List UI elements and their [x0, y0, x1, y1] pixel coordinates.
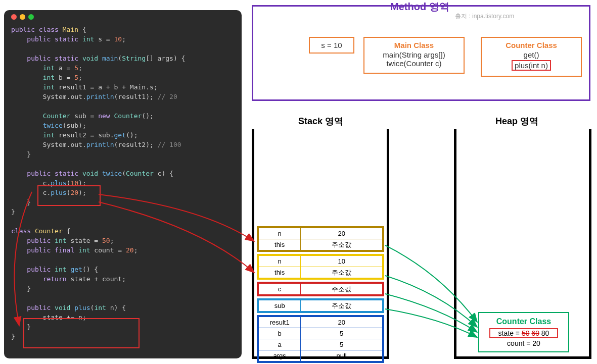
- window-dots: [11, 14, 235, 20]
- stack-frame: n20this주소값: [257, 226, 384, 252]
- method-area: s = 10 Main Class main(String args[]) tw…: [252, 5, 590, 101]
- code-highlight-plus-method: [23, 318, 140, 348]
- stack-cell: 주소값: [301, 267, 383, 278]
- stack-cell: this: [259, 267, 301, 278]
- stack-frame: sub주소값: [257, 298, 384, 313]
- close-dot-icon: [11, 14, 17, 20]
- stack-cell: n: [259, 256, 301, 267]
- source-code: public class Main { public static int s …: [11, 25, 235, 341]
- static-var-box: s = 10: [309, 37, 354, 54]
- heap-state-old2: 60: [531, 329, 539, 337]
- stack-cell: 20: [301, 228, 383, 239]
- static-var-value: s = 10: [312, 41, 351, 49]
- stack-cell: c: [259, 284, 301, 295]
- get-method-line: get(): [484, 50, 579, 59]
- stack-cell: 20: [301, 317, 383, 328]
- stack-cell: 5: [301, 328, 383, 339]
- stack-frame: c주소값: [257, 282, 384, 296]
- counter-class-header: Counter Class: [484, 41, 579, 49]
- code-editor-panel: public class Main { public static int s …: [4, 10, 242, 358]
- stack-cell: null: [301, 350, 383, 361]
- stack-frame: n10this주소값: [257, 254, 384, 280]
- stack-cell: 주소값: [301, 300, 383, 311]
- stack-cell: this: [259, 239, 301, 250]
- heap-instance-header: Counter Class: [489, 317, 558, 326]
- twice-method-line: twice(Counter c): [366, 59, 462, 68]
- stack-frames: n20this주소값n10this주소값c주소값sub주소값result120b…: [257, 226, 384, 364]
- stack-cell: n: [259, 228, 301, 239]
- main-method-line: main(String args[]): [366, 50, 462, 59]
- stack-frame: result120b5a5argsnull: [257, 315, 384, 363]
- stack-cell: 주소값: [301, 284, 383, 295]
- stack-cell: 10: [301, 256, 383, 267]
- stack-cell: a: [259, 339, 301, 350]
- stack-cell: 5: [301, 339, 383, 350]
- main-class-box: Main Class main(String args[]) twice(Cou…: [363, 37, 465, 74]
- stack-cell: args: [259, 350, 301, 361]
- heap-state-current: 80: [541, 329, 549, 337]
- heap-state-old1: 50: [522, 329, 530, 337]
- main-class-header: Main Class: [366, 41, 462, 49]
- heap-state-field: state = 50 60 80: [489, 328, 558, 338]
- heap-counter-instance: Counter Class state = 50 60 80 count = 2…: [478, 312, 569, 352]
- stack-area-title: Stack 영역: [298, 115, 343, 127]
- heap-state-label: state =: [498, 329, 522, 337]
- stack-cell: 주소값: [301, 239, 383, 250]
- stack-cell: result1: [259, 317, 301, 328]
- stack-cell: b: [259, 328, 301, 339]
- heap-count-field: count = 20: [489, 339, 558, 347]
- stack-cell: sub: [259, 300, 301, 311]
- heap-area-title: Heap 영역: [495, 115, 538, 127]
- code-highlight-plus-calls: [37, 185, 101, 206]
- maximize-dot-icon: [28, 14, 34, 20]
- plus-method-highlight: plus(int n): [512, 60, 551, 71]
- counter-class-box: Counter Class get() plus(int n): [481, 37, 582, 77]
- minimize-dot-icon: [20, 14, 25, 20]
